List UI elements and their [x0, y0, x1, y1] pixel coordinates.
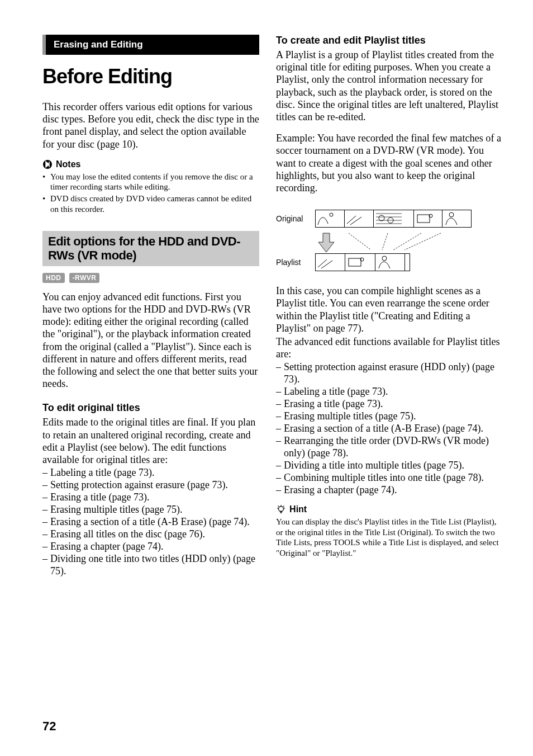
- hint-label: Hint: [289, 504, 307, 514]
- list-text: Erasing all titles on the disc (page 76)…: [50, 528, 205, 541]
- list-text: Setting protection against erasure (HDD …: [284, 361, 502, 386]
- page-number: 72: [42, 719, 56, 734]
- list-text: Rearranging the title order (DVD-RWs (VR…: [284, 435, 502, 460]
- page-title: Before Editing: [42, 65, 259, 88]
- notes-icon: [42, 159, 53, 169]
- list-item: –Combining multiple titles into one titl…: [276, 472, 502, 484]
- playlist-functions-list: –Setting protection against erasure (HDD…: [276, 361, 502, 496]
- diagram-playlist-label: Playlist: [276, 258, 307, 267]
- notes-list: •You may lose the edited contents if you…: [42, 172, 259, 215]
- list-item: –Erasing a chapter (page 74).: [276, 484, 502, 497]
- list-text: Erasing a section of a title (A-B Erase)…: [284, 423, 483, 435]
- sub-header: Edit options for the HDD and DVD-RWs (VR…: [42, 231, 259, 266]
- svg-point-9: [382, 256, 387, 261]
- list-item: –Labeling a title (page 73).: [42, 467, 259, 479]
- list-text: Labeling a title (page 73).: [284, 386, 388, 398]
- svg-point-2: [379, 215, 384, 221]
- playlist-title: To create and edit Playlist titles: [276, 35, 502, 46]
- diagram-arrow: [315, 231, 502, 253]
- list-item: –Rearranging the title order (DVD-RWs (V…: [276, 435, 502, 460]
- list-item: –Setting protection against erasure (pag…: [42, 479, 259, 492]
- media-badges: HDD -RWVR: [42, 273, 259, 283]
- svg-point-10: [279, 506, 284, 511]
- note-text: You may lose the edited contents if you …: [50, 172, 259, 192]
- advanced-paragraph: You can enjoy advanced edit functions. F…: [42, 291, 259, 390]
- notes-label: Notes: [56, 159, 80, 169]
- svg-rect-4: [417, 215, 430, 223]
- list-text: Erasing a chapter (page 74).: [284, 484, 397, 497]
- list-text: Erasing multiple titles (page 75).: [284, 410, 416, 423]
- list-text: Erasing a title (page 73).: [50, 492, 149, 504]
- original-functions-list: –Labeling a title (page 73). –Setting pr…: [42, 467, 259, 578]
- list-text: Erasing a title (page 73).: [284, 398, 383, 410]
- note-item: •DVD discs created by DVD video cameras …: [42, 193, 259, 214]
- svg-rect-7: [349, 258, 361, 266]
- list-text: Labeling a title (page 73).: [50, 467, 154, 479]
- list-text: Setting protection against erasure (page…: [50, 479, 228, 492]
- hint-heading: Hint: [276, 504, 502, 514]
- svg-point-6: [449, 212, 454, 217]
- list-item: –Dividing one title into two titles (HDD…: [42, 553, 259, 578]
- intro-paragraph: This recorder offers various edit option…: [42, 101, 259, 150]
- list-item: –Erasing a section of a title (A-B Erase…: [276, 423, 502, 435]
- svg-point-1: [330, 213, 333, 216]
- playlist-paragraph-1: A Playlist is a group of Playlist titles…: [276, 49, 502, 123]
- section-banner: Erasing and Editing: [42, 35, 259, 55]
- list-text: Combining multiple titles into one title…: [284, 472, 484, 484]
- list-item: –Labeling a title (page 73).: [276, 386, 502, 398]
- note-text: DVD discs created by DVD video cameras c…: [50, 193, 259, 214]
- list-item: –Erasing a chapter (page 74).: [42, 541, 259, 553]
- edit-original-title: To edit original titles: [42, 402, 259, 414]
- list-text: Erasing multiple titles (page 75).: [50, 504, 182, 516]
- hdd-badge: HDD: [42, 273, 65, 283]
- list-text: Erasing a chapter (page 74).: [50, 541, 163, 553]
- list-item: –Erasing a title (page 73).: [276, 398, 502, 410]
- diagram-original-label: Original: [276, 214, 307, 223]
- playlist-paragraph-4: The advanced edit functions available fo…: [276, 336, 502, 360]
- diagram: Original Playlist: [276, 210, 502, 275]
- note-item: •You may lose the edited contents if you…: [42, 172, 259, 192]
- list-item: –Erasing all titles on the disc (page 76…: [42, 528, 259, 541]
- hint-text: You can display the disc's Playlist titl…: [276, 517, 502, 559]
- list-text: Erasing a section of a title (A-B Erase)…: [50, 516, 250, 528]
- playlist-paragraph-3: In this case, you can compile highlight …: [276, 285, 502, 334]
- list-text: Dividing a title into multiple titles (p…: [284, 460, 464, 472]
- hint-icon: [276, 504, 286, 514]
- playlist-paragraph-2: Example: You have recorded the final few…: [276, 132, 502, 194]
- list-item: –Setting protection against erasure (HDD…: [276, 361, 502, 386]
- diagram-playlist-strip: [315, 253, 410, 271]
- list-item: –Erasing a section of a title (A-B Erase…: [42, 516, 259, 528]
- diagram-original-strip: [315, 210, 472, 228]
- list-text: Dividing one title into two titles (HDD …: [50, 553, 259, 578]
- edit-original-paragraph: Edits made to the original titles are fi…: [42, 416, 259, 466]
- notes-heading: Notes: [42, 159, 259, 169]
- list-item: –Erasing multiple titles (page 75).: [42, 504, 259, 516]
- rwvr-badge: -RWVR: [69, 273, 100, 283]
- list-item: –Dividing a title into multiple titles (…: [276, 460, 502, 472]
- list-item: –Erasing a title (page 73).: [42, 492, 259, 504]
- list-item: –Erasing multiple titles (page 75).: [276, 410, 502, 423]
